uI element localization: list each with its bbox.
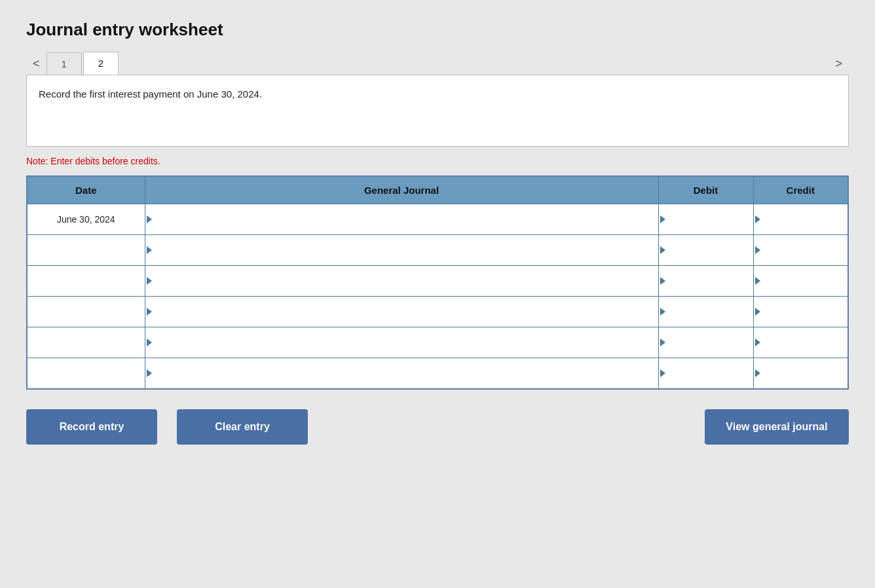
note-text: Note: Enter debits before credits.: [26, 156, 849, 166]
credit-cell[interactable]: [753, 235, 848, 266]
journal-input[interactable]: [145, 235, 658, 265]
indicator-icon: [755, 308, 760, 316]
prev-arrow[interactable]: <: [26, 54, 47, 73]
indicator-icon: [755, 339, 760, 346]
indicator-icon: [147, 339, 152, 346]
credit-input[interactable]: [754, 327, 848, 358]
header-date: Date: [27, 176, 145, 204]
journal-cell[interactable]: [145, 204, 658, 235]
date-cell: [27, 235, 145, 266]
journal-cell[interactable]: [145, 297, 658, 327]
indicator-icon: [147, 215, 152, 223]
journal-input[interactable]: [145, 266, 658, 296]
indicator-icon: [147, 277, 152, 285]
indicator-icon: [755, 277, 760, 285]
indicator-icon: [147, 308, 152, 316]
credit-cell[interactable]: [753, 327, 848, 358]
debit-cell[interactable]: [658, 297, 753, 327]
indicator-icon: [660, 369, 665, 377]
indicator-icon: [755, 215, 760, 223]
date-cell: June 30, 2024: [27, 204, 145, 235]
credit-input[interactable]: [754, 204, 848, 234]
table-row: [27, 327, 848, 358]
debit-cell[interactable]: [658, 235, 753, 266]
credit-input[interactable]: [754, 297, 848, 327]
tab-1[interactable]: 1: [47, 52, 82, 75]
credit-input[interactable]: [754, 358, 848, 388]
journal-input[interactable]: [145, 204, 658, 234]
credit-input[interactable]: [754, 266, 848, 296]
header-debit: Debit: [658, 176, 753, 204]
page-title: Journal entry worksheet: [26, 20, 849, 40]
debit-input[interactable]: [659, 327, 753, 358]
debit-cell[interactable]: [658, 358, 753, 390]
description-box: Record the first interest payment on Jun…: [26, 75, 849, 147]
indicator-icon: [660, 215, 665, 223]
tab-2[interactable]: 2: [83, 52, 119, 75]
debit-cell[interactable]: [658, 327, 753, 358]
next-arrow[interactable]: >: [828, 54, 849, 73]
debit-input[interactable]: [659, 266, 753, 296]
debit-cell[interactable]: [658, 266, 753, 297]
description-text: Record the first interest payment on Jun…: [39, 88, 262, 100]
indicator-icon: [755, 369, 760, 377]
indicator-icon: [660, 339, 665, 346]
indicator-icon: [147, 246, 152, 254]
journal-input[interactable]: [145, 327, 658, 358]
indicator-icon: [660, 246, 665, 254]
journal-table: Date General Journal Debit Credit June 3…: [26, 175, 849, 390]
table-row: [27, 358, 848, 390]
debit-input[interactable]: [659, 235, 753, 265]
journal-cell[interactable]: [145, 358, 658, 390]
indicator-icon: [147, 369, 152, 377]
journal-input[interactable]: [145, 358, 658, 388]
table-row: [27, 235, 848, 266]
table-row: [27, 266, 848, 297]
debit-cell[interactable]: [658, 204, 753, 235]
date-cell: [27, 327, 145, 358]
date-cell: [27, 297, 145, 327]
credit-cell[interactable]: [753, 204, 848, 235]
buttons-row: Record entry Clear entry View general jo…: [26, 409, 849, 445]
credit-cell[interactable]: [753, 266, 848, 297]
credit-cell[interactable]: [753, 358, 848, 390]
journal-input[interactable]: [145, 297, 658, 327]
date-cell: [27, 266, 145, 297]
record-entry-button[interactable]: Record entry: [26, 409, 157, 445]
credit-input[interactable]: [754, 235, 848, 265]
table-row: [27, 297, 848, 327]
clear-entry-button[interactable]: Clear entry: [177, 409, 308, 445]
journal-cell[interactable]: [145, 266, 658, 297]
indicator-icon: [660, 308, 665, 316]
journal-cell[interactable]: [145, 235, 658, 266]
header-journal: General Journal: [145, 176, 658, 204]
header-credit: Credit: [753, 176, 848, 204]
tabs-row: < 1 2 >: [26, 52, 849, 75]
debit-input[interactable]: [659, 358, 753, 388]
table-row: June 30, 2024: [27, 204, 848, 235]
indicator-icon: [660, 277, 665, 285]
credit-cell[interactable]: [753, 297, 848, 327]
date-cell: [27, 358, 145, 390]
journal-cell[interactable]: [145, 327, 658, 358]
indicator-icon: [755, 246, 760, 254]
view-general-journal-button[interactable]: View general journal: [705, 409, 849, 445]
debit-input[interactable]: [659, 204, 753, 234]
debit-input[interactable]: [659, 297, 753, 327]
